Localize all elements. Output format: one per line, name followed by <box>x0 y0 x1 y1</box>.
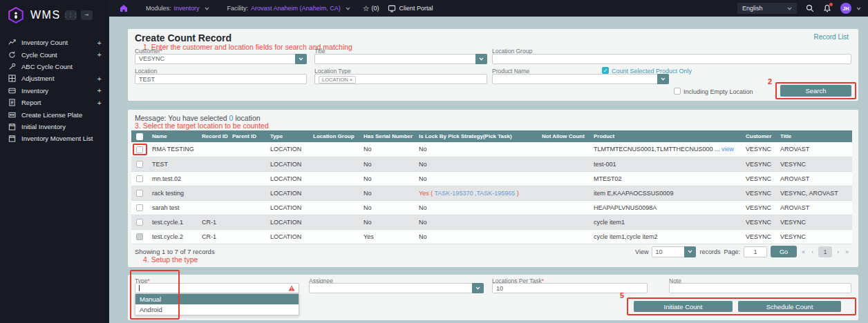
type-dropdown: Manual Android <box>135 293 299 315</box>
location-table-panel: Message: You have selected 0 location 3.… <box>128 110 858 267</box>
expand-plus-icon[interactable]: + <box>97 86 102 95</box>
sidebar-item-create-license-plate[interactable]: Create License Plate <box>0 108 109 120</box>
wms-logo-icon <box>7 6 25 24</box>
go-button[interactable]: Go <box>771 246 797 257</box>
location-group-input[interactable] <box>492 54 851 64</box>
sidebar-item-inventory-movement-list[interactable]: Inventory Movement List <box>0 133 109 144</box>
product-name-select[interactable] <box>492 74 669 84</box>
last-page-button[interactable]: » <box>844 248 850 255</box>
chevron-down-icon <box>205 7 209 10</box>
first-page-button[interactable]: « <box>800 248 806 255</box>
showing-records-text: Showing 1 to 7 of 7 records <box>135 248 215 255</box>
page-size-select[interactable]: 10 <box>652 246 696 257</box>
page-title: Create Count Record <box>135 32 232 43</box>
row-checkbox[interactable] <box>136 190 143 197</box>
grid-icon <box>8 75 16 83</box>
title-select[interactable] <box>314 54 487 64</box>
assignee-select[interactable] <box>309 283 484 293</box>
including-empty-label: Including Empty Location <box>683 88 753 95</box>
pick-task-link[interactable]: TASK-195370 ,TASK-195965 <box>435 190 516 197</box>
bell-icon[interactable] <box>823 4 831 12</box>
row-checkbox[interactable] <box>136 161 143 168</box>
modules-selector[interactable]: Modules: Inventory <box>146 5 209 12</box>
location-type-field[interactable]: LOCATION × <box>314 74 487 84</box>
annotation-box-3 <box>133 144 147 155</box>
report-document-icon <box>8 99 16 107</box>
home-icon[interactable] <box>120 4 128 12</box>
customer-select[interactable]: VESYNC <box>135 54 307 64</box>
sidebar-item-cycle-count[interactable]: Cycle Count + <box>0 48 109 60</box>
table-row: test.cycle.2CR-1LOCATIONYesNocycle item1… <box>131 229 852 244</box>
including-empty-checkbox[interactable] <box>674 88 681 95</box>
calendar-icon <box>8 135 16 143</box>
sidebar-menu: Inventory Count + Cycle Count + ABC Cycl… <box>0 37 109 145</box>
chevron-down-icon[interactable] <box>856 7 861 10</box>
expand-plus-icon[interactable]: + <box>97 75 102 83</box>
favorites-count: (0) <box>372 5 379 12</box>
chevron-down-icon <box>346 7 350 10</box>
expand-plus-icon[interactable]: + <box>97 50 102 59</box>
app-logo-text: WMS <box>30 9 61 21</box>
trend-icon <box>8 39 16 47</box>
sidebar-item-report[interactable]: Report + <box>0 97 109 108</box>
sidebar: WMS ⋮⋮⋮ ⇥ Inventory Count + Cycle Count … <box>0 0 109 323</box>
step4-annotation: 4. Setup the type <box>143 255 198 264</box>
chevron-down-icon[interactable] <box>475 54 487 64</box>
row-checkbox[interactable] <box>136 175 143 182</box>
row-checkbox[interactable] <box>136 219 143 226</box>
table-row: sarah testLOCATIONNoNoHEAPAPLVNUS0098AVE… <box>131 200 852 215</box>
type-option-android[interactable]: Android <box>135 304 299 315</box>
apps-grid-icon[interactable]: ⋮⋮⋮ <box>65 10 77 20</box>
facility-selector[interactable]: Facility: Arovast Anaheim (Anaheim, CA) <box>227 5 350 12</box>
inventory-card-icon <box>8 86 16 95</box>
chevron-down-icon[interactable] <box>657 74 669 84</box>
star-icon: ☆ <box>363 4 370 13</box>
type-input[interactable] <box>135 283 299 293</box>
current-page-button[interactable]: 1 <box>818 246 832 257</box>
location-table: Name Record ID Parent ID Type Location G… <box>131 130 852 244</box>
location-type-tag[interactable]: LOCATION × <box>319 76 356 84</box>
portal-monitor-icon <box>388 5 396 12</box>
language-select[interactable]: English <box>737 3 797 14</box>
sidebar-item-abc-cycle-count[interactable]: ABC Cycle Count <box>0 61 109 72</box>
table-header-row: Name Record ID Parent ID Type Location G… <box>131 130 852 142</box>
search-button[interactable]: Search <box>780 85 851 97</box>
sidebar-item-adjustment[interactable]: Adjustment + <box>0 72 109 84</box>
avatar[interactable]: JH <box>840 3 851 14</box>
initiate-count-button[interactable]: Initiate Count <box>634 301 733 312</box>
sidebar-collapse-icon[interactable]: ⇥ <box>81 10 93 20</box>
sidebar-item-initial-inventory[interactable]: Initial Inventory <box>0 121 109 133</box>
chevron-down-icon[interactable] <box>684 246 696 257</box>
location-input[interactable] <box>135 74 307 84</box>
table-row: test.cycle.1CR-1LOCATIONNoNocycle item1V… <box>131 215 852 229</box>
count-selected-checkbox[interactable]: ✓ <box>602 67 609 74</box>
note-input[interactable] <box>669 283 851 293</box>
row-checkbox[interactable] <box>136 204 143 211</box>
expand-plus-icon[interactable]: + <box>97 39 102 47</box>
license-plate-icon <box>8 110 16 119</box>
sidebar-item-inventory-count[interactable]: Inventory Count + <box>0 37 109 48</box>
expand-plus-icon[interactable]: + <box>97 99 102 107</box>
select-all-checkbox[interactable] <box>136 133 143 140</box>
favorites-star[interactable]: ☆ (0) <box>363 4 379 13</box>
next-page-button[interactable]: › <box>836 248 840 255</box>
locations-per-task-input[interactable] <box>492 283 648 293</box>
prev-page-button[interactable]: ‹ <box>810 248 815 255</box>
sidebar-item-inventory[interactable]: Inventory + <box>0 85 109 97</box>
text-cursor <box>139 285 140 291</box>
table-row: mn.test.02LOCATIONNoNoMTEST02VESYNCAROVA… <box>131 171 852 186</box>
type-option-manual[interactable]: Manual <box>135 294 299 304</box>
location-table-body: RMA TESTINGLOCATIONNoNoTLMTMTECNUS0001,T… <box>131 142 852 244</box>
search-icon[interactable] <box>806 4 814 12</box>
cycle-icon <box>8 50 16 59</box>
table-row: TESTLOCATIONNoNotest-001VESYNCVESYNC <box>131 157 852 171</box>
chevron-down-icon[interactable] <box>295 54 307 64</box>
topbar: Modules: Inventory Facility: Arovast Ana… <box>109 0 868 17</box>
schedule-count-button[interactable]: Schedule Count <box>738 301 841 312</box>
page-number-input[interactable] <box>744 246 767 257</box>
chevron-down-icon[interactable] <box>472 283 484 293</box>
client-portal-link[interactable]: Client Portal <box>388 5 433 12</box>
record-list-link[interactable]: Record List <box>813 33 849 41</box>
view-link[interactable]: view <box>721 146 734 153</box>
row-checkbox[interactable] <box>136 233 143 240</box>
